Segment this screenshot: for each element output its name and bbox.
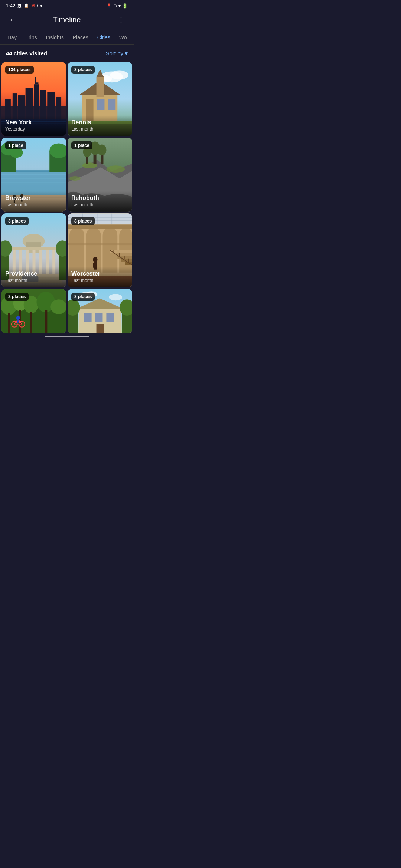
places-badge-partial2: 3 places bbox=[71, 293, 95, 301]
tabs-bar: Day Trips Insights Places Cities Wo... bbox=[0, 31, 134, 45]
city-date-providence: Last month bbox=[5, 278, 62, 283]
svg-rect-88 bbox=[68, 243, 132, 245]
city-card-partial2[interactable]: 3 places bbox=[68, 289, 132, 333]
city-card-worcester[interactable]: 8 places Worcester Last month bbox=[68, 213, 132, 287]
svg-point-110 bbox=[50, 299, 66, 314]
svg-point-136 bbox=[109, 294, 122, 300]
tab-world[interactable]: Wo... bbox=[115, 31, 134, 44]
back-button[interactable]: ← bbox=[6, 13, 19, 26]
filter-bar: 44 cities visited Sort by ▾ bbox=[0, 45, 134, 62]
svg-rect-128 bbox=[106, 313, 114, 322]
svg-point-100 bbox=[93, 257, 98, 263]
city-date-brewster: Last month bbox=[5, 202, 62, 207]
tab-day[interactable]: Day bbox=[3, 31, 21, 44]
city-date-new-york: Yesterday bbox=[5, 126, 62, 132]
places-badge-rehoboth: 1 place bbox=[71, 141, 92, 149]
svg-rect-111 bbox=[8, 313, 10, 333]
wifi-icon: ▾ bbox=[118, 3, 121, 9]
notification-dot bbox=[40, 5, 42, 7]
city-info-brewster: Brewster Last month bbox=[1, 191, 66, 212]
city-date-rehoboth: Last month bbox=[71, 202, 128, 207]
city-date-worcester: Last month bbox=[71, 278, 128, 283]
battery-icon: 🔋 bbox=[122, 3, 128, 9]
city-card-partial1[interactable]: 2 places bbox=[1, 289, 66, 333]
svg-point-55 bbox=[98, 144, 107, 155]
page-title: Timeline bbox=[19, 16, 114, 24]
city-card-providence[interactable]: 3 places Providence Last month bbox=[1, 213, 66, 287]
svg-rect-8 bbox=[35, 77, 36, 84]
places-badge-new-york: 134 places bbox=[5, 66, 34, 74]
city-info-new-york: New York Yesterday bbox=[1, 115, 66, 136]
city-name-brewster: Brewster bbox=[5, 195, 62, 201]
sort-button[interactable]: Sort by ▾ bbox=[105, 50, 128, 57]
places-badge-dennis: 3 places bbox=[71, 66, 95, 74]
svg-rect-25 bbox=[97, 77, 104, 97]
svg-point-50 bbox=[106, 165, 125, 173]
cities-grid: 134 places New York Yesterday bbox=[0, 62, 134, 333]
svg-rect-22 bbox=[97, 99, 105, 110]
places-badge-partial1: 2 places bbox=[5, 293, 29, 301]
city-name-rehoboth: Rehoboth bbox=[71, 195, 128, 201]
svg-rect-113 bbox=[30, 312, 32, 333]
svg-point-18 bbox=[110, 70, 128, 79]
home-indicator bbox=[45, 336, 89, 337]
svg-rect-126 bbox=[84, 313, 92, 322]
places-badge-brewster: 1 place bbox=[5, 141, 26, 149]
tab-cities[interactable]: Cities bbox=[93, 31, 115, 44]
svg-point-51 bbox=[69, 176, 81, 181]
city-name-new-york: New York bbox=[5, 119, 62, 126]
city-name-worcester: Worcester bbox=[71, 270, 128, 277]
places-badge-providence: 3 places bbox=[5, 217, 29, 225]
places-badge-worcester: 8 places bbox=[71, 217, 95, 225]
city-card-new-york[interactable]: 134 places New York Yesterday bbox=[1, 62, 66, 136]
city-date-dennis: Last month bbox=[71, 126, 128, 132]
city-name-providence: Providence bbox=[5, 270, 62, 277]
top-bar: ← Timeline ⋮ bbox=[0, 10, 134, 31]
tab-insights[interactable]: Insights bbox=[42, 31, 68, 44]
city-card-brewster[interactable]: 1 place Brewster Last month bbox=[1, 138, 66, 212]
notification-icon-gmail: M bbox=[31, 4, 35, 8]
more-options-button[interactable]: ⋮ bbox=[114, 13, 128, 26]
city-info-rehoboth: Rehoboth Last month bbox=[68, 191, 132, 212]
city-info-providence: Providence Last month bbox=[1, 267, 66, 287]
notification-icon-1: 🖼 bbox=[17, 4, 22, 8]
bottom-bar bbox=[0, 333, 134, 341]
status-bar: 1:42 🖼 📋 M f 📍 ⊖ ▾ 🔋 bbox=[0, 0, 134, 10]
notification-icon-2: 📋 bbox=[24, 3, 29, 8]
city-name-dennis: Dennis bbox=[71, 119, 128, 126]
tab-places[interactable]: Places bbox=[68, 31, 93, 44]
city-info-worcester: Worcester Last month bbox=[68, 267, 132, 287]
svg-rect-23 bbox=[108, 99, 115, 110]
dnd-icon: ⊖ bbox=[113, 3, 117, 9]
svg-rect-114 bbox=[45, 310, 47, 333]
svg-rect-127 bbox=[95, 313, 103, 322]
svg-rect-69 bbox=[11, 247, 57, 250]
location-icon: 📍 bbox=[106, 3, 112, 9]
notification-icon-fb: f bbox=[37, 4, 38, 8]
tab-trips[interactable]: Trips bbox=[21, 31, 42, 44]
city-info-dennis: Dennis Last month bbox=[68, 115, 132, 136]
cities-count: 44 cities visited bbox=[6, 50, 47, 56]
svg-point-120 bbox=[16, 316, 20, 320]
city-card-dennis[interactable]: 3 places Dennis Last month bbox=[68, 62, 132, 136]
time-display: 1:42 bbox=[6, 3, 15, 9]
svg-rect-129 bbox=[97, 324, 104, 333]
svg-rect-87 bbox=[68, 224, 132, 229]
city-card-rehoboth[interactable]: 1 place Rehoboth Last month bbox=[68, 138, 132, 212]
chevron-down-icon: ▾ bbox=[125, 50, 128, 57]
